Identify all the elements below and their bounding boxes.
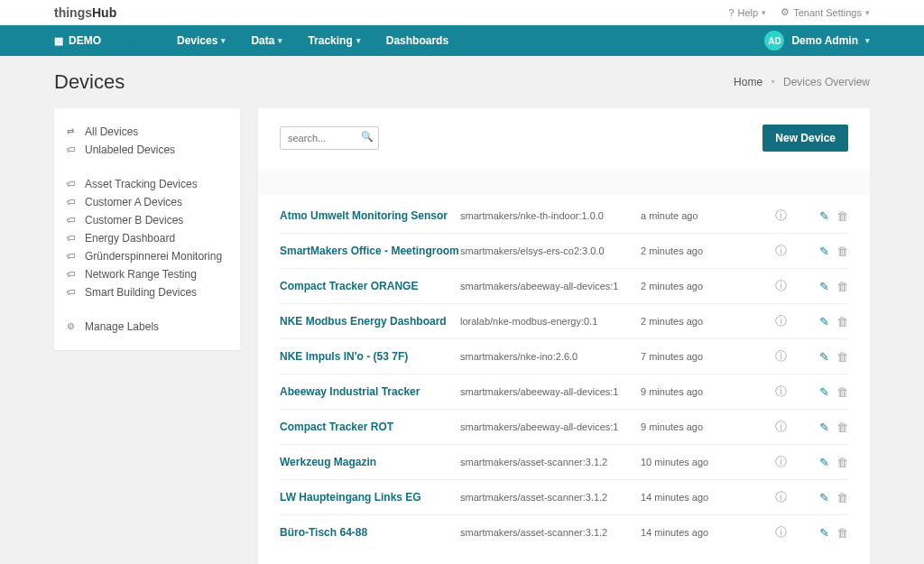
device-name-link[interactable]: LW Haupteingang Links EG — [280, 491, 460, 504]
device-last-seen: 14 minutes ago — [641, 527, 758, 538]
tag-icon: 🏷 — [67, 233, 78, 244]
tag-icon: 🏷 — [67, 179, 78, 190]
edit-icon[interactable]: ✎ — [819, 209, 829, 223]
user-name: Demo Admin — [791, 34, 858, 47]
device-driver: loralab/nke-modbus-energy:0.1 — [460, 316, 641, 327]
info-icon[interactable]: ⓘ — [775, 525, 787, 539]
logo-prefix: things — [54, 5, 92, 20]
edit-icon[interactable]: ✎ — [819, 491, 829, 504]
table-row: SmartMakers Office - Meetingroomsmartmak… — [280, 234, 848, 269]
device-name-link[interactable]: Atmo Umwelt Monitoring Sensor — [280, 209, 460, 222]
table-row: LW Haupteingang Links EGsmartmakers/asse… — [280, 480, 848, 515]
device-driver: smartmakers/abeeway-all-devices:1 — [460, 421, 641, 432]
table-row: Abeeway Industrial Trackersmartmakers/ab… — [280, 374, 848, 410]
sidebar-label-energy-dashboard[interactable]: 🏷Energy Dashboard — [67, 229, 227, 247]
device-last-seen: 10 minutes ago — [641, 457, 758, 467]
edit-icon[interactable]: ✎ — [819, 280, 829, 293]
sliders-icon: ⇄ — [67, 126, 78, 137]
user-menu[interactable]: AD Demo Admin ▾ — [764, 31, 870, 51]
sidebar-label-gr-nderspinnerei-monitoring[interactable]: 🏷Gründerspinnerei Monitoring — [67, 247, 227, 265]
edit-icon[interactable]: ✎ — [819, 245, 829, 258]
device-driver: smartmakers/nke-ino:2.6.0 — [460, 351, 641, 362]
nav-link-devices[interactable]: Devices ▾ — [177, 34, 226, 47]
device-name-link[interactable]: Büro-Tisch 64-88 — [280, 526, 460, 539]
sidebar-item-label: Smart Building Devices — [85, 286, 197, 299]
device-last-seen: 2 minutes ago — [641, 245, 758, 256]
nav-link-dashboards[interactable]: Dashboards — [386, 34, 448, 47]
device-last-seen: 2 minutes ago — [641, 281, 758, 291]
breadcrumb-current: Devices Overview — [783, 76, 870, 88]
nav-link-data[interactable]: Data ▾ — [251, 34, 282, 47]
info-icon[interactable]: ⓘ — [775, 490, 787, 504]
delete-icon[interactable]: 🗑 — [836, 350, 848, 364]
info-icon[interactable]: ⓘ — [775, 208, 787, 222]
sidebar-item-label: Customer B Devices — [85, 214, 183, 227]
delete-icon[interactable]: 🗑 — [836, 245, 848, 258]
edit-icon[interactable]: ✎ — [819, 456, 829, 469]
info-icon[interactable]: ⓘ — [775, 314, 787, 328]
manage-labels[interactable]: ⚙ Manage Labels — [67, 318, 227, 336]
sidebar-item-all-devices[interactable]: ⇄All Devices — [67, 123, 227, 141]
table-row: NKE Impuls IN'o - (53 7F)smartmakers/nke… — [280, 339, 848, 374]
edit-icon[interactable]: ✎ — [819, 385, 829, 399]
delete-icon[interactable]: 🗑 — [836, 280, 848, 293]
tag-icon: 🏷 — [67, 287, 78, 298]
device-last-seen: 2 minutes ago — [641, 316, 758, 327]
chevron-down-icon: ▾ — [278, 36, 282, 45]
info-icon[interactable]: ⓘ — [775, 244, 787, 257]
search-wrapper: 🔍 — [280, 126, 379, 150]
sidebar-label-network-range-testing[interactable]: 🏷Network Range Testing — [67, 265, 227, 283]
device-last-seen: 7 minutes ago — [641, 351, 758, 362]
sidebar-item-label: Unlabeled Devices — [85, 143, 175, 156]
table-row: Werkzeug Magazinsmartmakers/asset-scanne… — [280, 445, 848, 480]
device-name-link[interactable]: NKE Modbus Energy Dashboard — [280, 315, 460, 328]
delete-icon[interactable]: 🗑 — [836, 456, 848, 469]
device-name-link[interactable]: SmartMakers Office - Meetingroom — [280, 245, 460, 257]
sidebar-label-customer-a-devices[interactable]: 🏷Customer A Devices — [67, 193, 227, 211]
help-menu[interactable]: ? Help ▾ — [728, 6, 766, 18]
breadcrumb-home[interactable]: Home — [734, 76, 762, 88]
tenant-label: Tenant Settings — [793, 7, 862, 18]
delete-icon[interactable]: 🗑 — [836, 315, 848, 328]
delete-icon[interactable]: 🗑 — [836, 209, 848, 223]
device-name-link[interactable]: Werkzeug Magazin — [280, 456, 460, 468]
grid-icon: ▦ — [54, 35, 63, 47]
delete-icon[interactable]: 🗑 — [836, 491, 848, 504]
info-icon[interactable]: ⓘ — [775, 455, 787, 468]
new-device-button[interactable]: New Device — [762, 125, 848, 152]
breadcrumb-separator: • — [771, 76, 774, 88]
gear-icon: ⚙ — [781, 6, 790, 18]
nav-link-tracking[interactable]: Tracking ▾ — [308, 34, 360, 47]
device-name-link[interactable]: Compact Tracker ROT — [280, 421, 460, 433]
edit-icon[interactable]: ✎ — [819, 315, 829, 328]
logo[interactable]: thingsHub — [54, 5, 116, 20]
device-name-link[interactable]: NKE Impuls IN'o - (53 7F) — [280, 350, 460, 363]
table-row: Büro-Tisch 64-88smartmakers/asset-scanne… — [280, 515, 848, 550]
device-driver: smartmakers/nke-th-indoor:1.0.0 — [460, 210, 641, 221]
info-icon[interactable]: ⓘ — [775, 279, 787, 292]
help-icon: ? — [728, 7, 734, 18]
device-name-link[interactable]: Abeeway Industrial Tracker — [280, 385, 460, 398]
sidebar-item-label: Asset Tracking Devices — [85, 178, 198, 190]
edit-icon[interactable]: ✎ — [819, 350, 829, 364]
delete-icon[interactable]: 🗑 — [836, 526, 848, 540]
sidebar-label-asset-tracking-devices[interactable]: 🏷Asset Tracking Devices — [67, 175, 227, 193]
device-name-link[interactable]: Compact Tracker ORANGE — [280, 280, 460, 292]
table-row: NKE Modbus Energy Dashboardloralab/nke-m… — [280, 304, 848, 339]
info-icon[interactable]: ⓘ — [775, 349, 787, 363]
tenant-switcher[interactable]: ▦ DEMO — [0, 25, 123, 56]
tenant-settings-menu[interactable]: ⚙ Tenant Settings ▾ — [781, 6, 870, 18]
sidebar-label-smart-building-devices[interactable]: 🏷Smart Building Devices — [67, 283, 227, 301]
info-icon[interactable]: ⓘ — [775, 384, 787, 398]
sidebar-label-customer-b-devices[interactable]: 🏷Customer B Devices — [67, 211, 227, 229]
sidebar-item-unlabeled-devices[interactable]: 🏷Unlabeled Devices — [67, 141, 227, 159]
delete-icon[interactable]: 🗑 — [836, 421, 848, 434]
tag-icon: 🏷 — [67, 251, 78, 262]
chevron-down-icon: ▾ — [865, 36, 870, 45]
main-panel: 🔍 New Device Atmo Umwelt Monitoring Sens… — [258, 108, 870, 564]
info-icon[interactable]: ⓘ — [775, 420, 787, 433]
edit-icon[interactable]: ✎ — [819, 421, 829, 434]
delete-icon[interactable]: 🗑 — [836, 385, 848, 399]
edit-icon[interactable]: ✎ — [819, 526, 829, 540]
sidebar-item-label: Network Range Testing — [85, 268, 197, 281]
